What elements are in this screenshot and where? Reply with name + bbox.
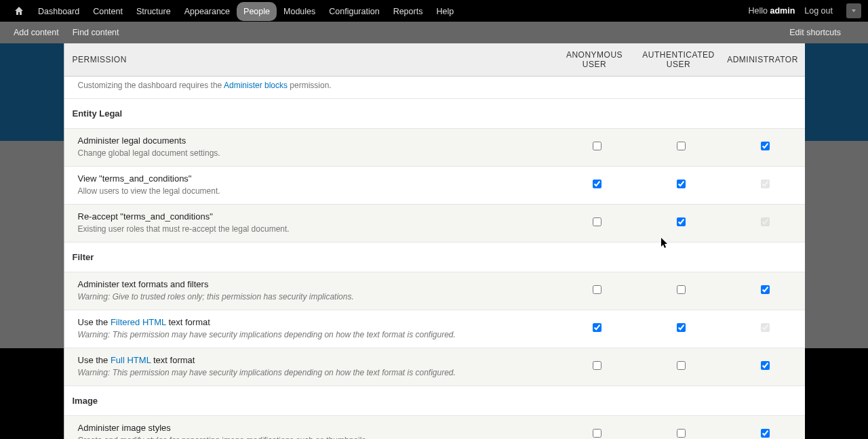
permission-cell: View "terms_and_conditions"Allow users t…: [64, 167, 553, 205]
checkbox-cell: [721, 272, 805, 310]
permission-checkbox[interactable]: [677, 180, 686, 188]
permission-checkbox[interactable]: [593, 285, 601, 294]
admin-toolbar: DashboardContentStructureAppearancePeopl…: [0, 0, 868, 22]
checkbox-cell: [637, 416, 721, 440]
permission-cell: Administer image stylesCreate and modify…: [64, 416, 553, 440]
permission-title: Administer text formats and filters: [78, 279, 545, 289]
inline-link[interactable]: Filtered HTML: [111, 317, 166, 327]
menu-configuration[interactable]: Configuration: [322, 2, 386, 21]
checkbox-cell: [553, 416, 637, 440]
permission-checkbox[interactable]: [677, 285, 686, 294]
permission-cell: Re-accept "terms_and_conditions"Existing…: [64, 205, 553, 243]
permission-cell: Use the Filtered HTML text formatWarning…: [64, 310, 553, 348]
permission-title: Use the Full HTML text format: [78, 355, 545, 365]
toolbar-left: DashboardContentStructureAppearancePeopl…: [7, 1, 460, 21]
menu-people[interactable]: People: [237, 2, 277, 21]
menu-help[interactable]: Help: [429, 2, 460, 21]
checkbox-cell: [721, 129, 805, 167]
permission-description: Change global legal document settings.: [78, 148, 545, 158]
home-link[interactable]: [7, 1, 31, 21]
permission-checkbox: [761, 180, 770, 188]
chevron-down-icon: [850, 7, 857, 14]
menu-content[interactable]: Content: [86, 2, 130, 21]
checkbox-cell: [721, 167, 805, 205]
checkbox-cell: [721, 205, 805, 243]
permission-checkbox[interactable]: [677, 361, 686, 370]
col-permission: PERMISSION: [64, 43, 553, 77]
checkbox-cell: [553, 310, 637, 348]
module-header: Entity Legal: [64, 99, 805, 129]
shortcut-add-content[interactable]: Add content: [14, 28, 59, 37]
permission-checkbox[interactable]: [677, 429, 686, 438]
checkbox-cell: [637, 348, 721, 386]
checkbox-cell: [553, 167, 637, 205]
permission-description: Existing user roles that must re-accept …: [78, 224, 545, 234]
menu-appearance[interactable]: Appearance: [178, 2, 237, 21]
menu-dashboard[interactable]: Dashboard: [31, 2, 86, 21]
permission-title: Administer legal documents: [78, 135, 545, 146]
checkbox-cell: [637, 272, 721, 310]
permission-checkbox[interactable]: [593, 180, 601, 188]
checkbox-cell: [721, 348, 805, 386]
permission-checkbox[interactable]: [593, 429, 601, 438]
permission-title: Re-accept "terms_and_conditions": [78, 211, 545, 222]
permission-description: Warning: Give to trusted roles only; thi…: [78, 292, 545, 301]
permission-description: Allow users to view the legal document.: [78, 186, 545, 196]
col-administrator: ADMINISTRATOR: [721, 43, 805, 77]
permission-checkbox[interactable]: [677, 323, 686, 332]
module-header: Filter: [64, 243, 805, 272]
checkbox-cell: [637, 129, 721, 167]
checkbox-cell: [637, 77, 721, 99]
permission-cell: Administer legal documentsChange global …: [64, 129, 553, 167]
permission-checkbox: [761, 323, 770, 332]
checkbox-cell: [721, 77, 805, 99]
checkbox-cell: [637, 205, 721, 243]
permission-checkbox[interactable]: [677, 217, 686, 226]
logout-link[interactable]: Log out: [804, 6, 833, 16]
permission-description: Customizing the dashboard requires the A…: [78, 81, 545, 90]
home-icon: [14, 5, 24, 16]
permission-description: Create and modify styles for generating …: [78, 436, 545, 439]
checkbox-cell: [553, 129, 637, 167]
checkbox-cell: [637, 310, 721, 348]
permission-checkbox[interactable]: [761, 142, 770, 150]
permission-checkbox[interactable]: [593, 142, 601, 150]
permission-checkbox[interactable]: [593, 217, 601, 226]
greeting: Hello admin: [749, 6, 795, 16]
permission-checkbox[interactable]: [761, 285, 770, 294]
permission-title: View "terms_and_conditions": [78, 173, 545, 184]
checkbox-cell: [553, 205, 637, 243]
checkbox-cell: [553, 348, 637, 386]
content: PERMISSION ANONYMOUS USER AUTHENTICATED …: [64, 43, 805, 439]
permission-checkbox: [761, 217, 770, 226]
toolbar-right: Hello admin Log out: [749, 3, 862, 18]
checkbox-cell: [721, 416, 805, 440]
col-anonymous: ANONYMOUS USER: [553, 43, 637, 77]
edit-shortcuts-link[interactable]: Edit shortcuts: [789, 28, 841, 37]
col-authenticated: AUTHENTICATED USER: [637, 43, 721, 77]
shortcut-bar: Add contentFind content Edit shortcuts: [0, 22, 868, 43]
checkbox-cell: [721, 310, 805, 348]
permission-cell: Customizing the dashboard requires the A…: [64, 77, 553, 99]
permission-title: Administer image styles: [78, 423, 545, 433]
permission-cell: Use the Full HTML text formatWarning: Th…: [64, 348, 553, 386]
shortcut-toggle[interactable]: [846, 3, 861, 18]
menu-reports[interactable]: Reports: [387, 2, 430, 21]
permission-description: Warning: This permission may have securi…: [78, 368, 545, 377]
permission-cell: Administer text formats and filtersWarni…: [64, 272, 553, 310]
checkbox-cell: [553, 77, 637, 99]
permission-checkbox[interactable]: [761, 361, 770, 370]
module-header: Image: [64, 386, 805, 416]
permission-checkbox[interactable]: [593, 361, 601, 370]
permission-title: Use the Filtered HTML text format: [78, 317, 545, 327]
checkbox-cell: [553, 272, 637, 310]
permission-checkbox[interactable]: [677, 142, 686, 150]
permission-checkbox[interactable]: [593, 323, 601, 332]
menu-modules[interactable]: Modules: [277, 2, 322, 21]
shortcut-find-content[interactable]: Find content: [73, 28, 119, 37]
menu-structure[interactable]: Structure: [130, 2, 178, 21]
inline-link[interactable]: Full HTML: [111, 355, 151, 365]
checkbox-cell: [637, 167, 721, 205]
permission-checkbox[interactable]: [761, 429, 770, 438]
inline-link[interactable]: Administer blocks: [224, 81, 288, 90]
